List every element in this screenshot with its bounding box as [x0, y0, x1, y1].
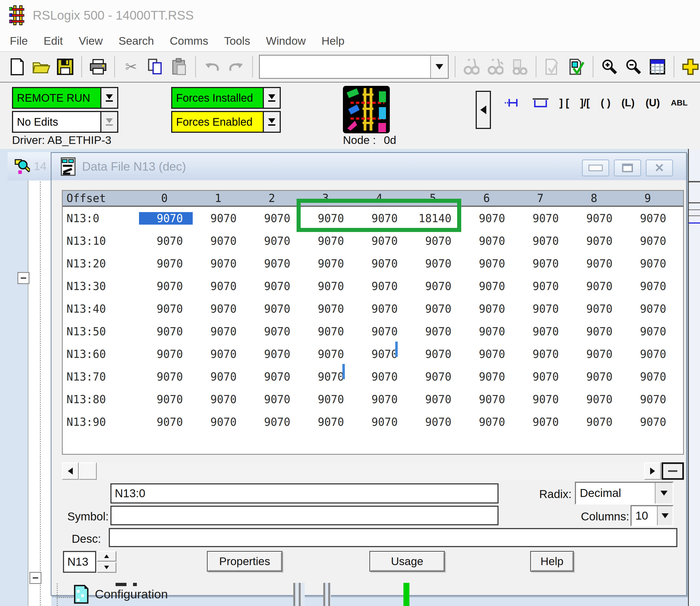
- data-cell[interactable]: 9070: [354, 257, 407, 270]
- new-rung-icon[interactable]: [680, 56, 700, 78]
- data-cell[interactable]: 9070: [461, 371, 515, 383]
- forces-installed-dropdown-button[interactable]: [263, 88, 280, 108]
- undo-icon[interactable]: [202, 56, 222, 78]
- address-field[interactable]: N13:0: [110, 483, 498, 504]
- data-cell[interactable]: 9070: [354, 348, 407, 360]
- tree-expander[interactable]: [29, 572, 42, 584]
- data-cell[interactable]: 9070: [300, 280, 354, 293]
- abl-instruction-icon[interactable]: ABL: [671, 98, 688, 108]
- cut-icon[interactable]: ✂: [121, 56, 141, 78]
- xio-contact-icon[interactable]: ]/[: [580, 97, 590, 109]
- data-cell[interactable]: 9070: [354, 325, 407, 338]
- file-selector-field[interactable]: N13: [63, 551, 96, 573]
- data-cell[interactable]: 9070: [300, 235, 354, 247]
- data-cell[interactable]: 9070: [407, 393, 461, 406]
- usage-button[interactable]: Usage: [369, 551, 445, 572]
- rung-icon[interactable]: [504, 97, 522, 109]
- find-next-icon[interactable]: [486, 56, 506, 78]
- data-table-icon[interactable]: [647, 56, 668, 78]
- spin-down-button[interactable]: [97, 562, 116, 573]
- data-cell[interactable]: 9070: [247, 257, 300, 270]
- menu-window[interactable]: Window: [266, 34, 306, 47]
- data-cell[interactable]: 9070: [354, 393, 407, 406]
- data-cell[interactable]: 9070: [247, 280, 300, 293]
- data-cell[interactable]: 9070: [300, 371, 354, 383]
- data-cell[interactable]: 9070: [300, 416, 354, 428]
- data-cell[interactable]: 9070: [515, 371, 568, 383]
- data-cell[interactable]: 9070: [515, 235, 568, 247]
- data-cell[interactable]: 9070: [622, 348, 676, 360]
- copy-icon[interactable]: [145, 56, 165, 78]
- paste-icon[interactable]: [169, 56, 189, 78]
- columns-dropdown-button[interactable]: [657, 506, 673, 525]
- combo-dropdown-button[interactable]: [430, 55, 448, 78]
- data-cell[interactable]: 9070: [139, 348, 193, 360]
- menu-tools[interactable]: Tools: [224, 34, 250, 47]
- data-cell[interactable]: 9070: [300, 303, 354, 315]
- open-file-icon[interactable]: [31, 56, 51, 78]
- data-cell[interactable]: 9070: [407, 325, 461, 338]
- data-cell[interactable]: 9070: [461, 303, 515, 315]
- menu-view[interactable]: View: [79, 34, 103, 47]
- data-cell[interactable]: 9070: [407, 416, 461, 428]
- data-cell[interactable]: 9070: [515, 212, 568, 225]
- ote-coil-icon[interactable]: ( ): [601, 97, 611, 109]
- data-cell[interactable]: 9070: [568, 257, 622, 270]
- data-cell[interactable]: 9070: [247, 371, 300, 383]
- close-button[interactable]: ✕: [646, 160, 673, 177]
- data-cell[interactable]: 9070: [193, 280, 247, 293]
- processor-mode-combo[interactable]: REMOTE RUN: [12, 87, 118, 109]
- zoom-out-icon[interactable]: [623, 56, 644, 78]
- edit-state-combo[interactable]: No Edits: [12, 111, 118, 133]
- data-cell[interactable]: 9070: [139, 235, 193, 247]
- data-cell[interactable]: 9070: [139, 212, 193, 225]
- verify-project-icon[interactable]: [566, 56, 587, 78]
- data-cell[interactable]: 9070: [139, 303, 193, 315]
- symbol-field[interactable]: [110, 506, 498, 525]
- verify-file-icon[interactable]: [542, 56, 563, 78]
- split-pane-button[interactable]: [661, 462, 684, 480]
- branch-icon[interactable]: [533, 97, 549, 109]
- data-cell[interactable]: 9070: [461, 416, 515, 428]
- data-cell[interactable]: 9070: [139, 416, 193, 428]
- tree-item-configuration[interactable]: Configuration: [74, 584, 168, 604]
- data-cell[interactable]: 9070: [354, 280, 407, 293]
- spin-up-button[interactable]: [97, 551, 116, 562]
- data-cell[interactable]: 9070: [622, 393, 676, 406]
- data-cell[interactable]: 9070: [568, 280, 622, 293]
- data-cell[interactable]: 9070: [515, 393, 568, 406]
- data-cell[interactable]: 9070: [568, 371, 622, 383]
- save-icon[interactable]: [55, 56, 75, 78]
- data-cell[interactable]: 9070: [568, 325, 622, 338]
- data-cell[interactable]: 9070: [568, 393, 622, 406]
- data-cell[interactable]: 9070: [515, 257, 568, 270]
- instruction-search-input[interactable]: [260, 55, 430, 78]
- data-cell[interactable]: 9070: [247, 393, 300, 406]
- data-cell[interactable]: 9070: [247, 416, 300, 428]
- data-cell[interactable]: 9070: [515, 325, 568, 338]
- forces-enabled-combo[interactable]: Forces Enabled: [171, 111, 281, 133]
- data-cell[interactable]: 9070: [622, 212, 676, 225]
- data-file-titlebar[interactable]: Data File N13 (dec) ✕: [51, 153, 686, 180]
- replace-icon[interactable]: [510, 56, 530, 78]
- data-cell[interactable]: 9070: [193, 393, 247, 406]
- redo-icon[interactable]: [226, 56, 246, 78]
- zoom-in-icon[interactable]: [600, 56, 620, 78]
- restore-button[interactable]: [614, 160, 641, 177]
- radix-dropdown-button[interactable]: [655, 483, 673, 504]
- menu-file[interactable]: File: [10, 34, 28, 47]
- data-cell[interactable]: 9070: [568, 303, 622, 315]
- data-cell[interactable]: 9070: [193, 303, 247, 315]
- scrollbar-thumb[interactable]: [79, 462, 97, 480]
- otu-coil-icon[interactable]: (U): [646, 97, 660, 109]
- palette-collapse-button[interactable]: [476, 91, 491, 129]
- data-cell[interactable]: 9070: [139, 325, 193, 338]
- data-cell[interactable]: 9070: [461, 212, 515, 225]
- radix-combo[interactable]: Decimal: [575, 482, 674, 505]
- find-icon[interactable]: [462, 56, 482, 78]
- forces-installed-combo[interactable]: Forces Installed: [171, 87, 281, 109]
- processor-mode-dropdown-button[interactable]: [100, 88, 117, 108]
- tree-expander[interactable]: [18, 272, 29, 284]
- help-button[interactable]: Help: [530, 551, 574, 572]
- data-cell[interactable]: 9070: [300, 348, 354, 360]
